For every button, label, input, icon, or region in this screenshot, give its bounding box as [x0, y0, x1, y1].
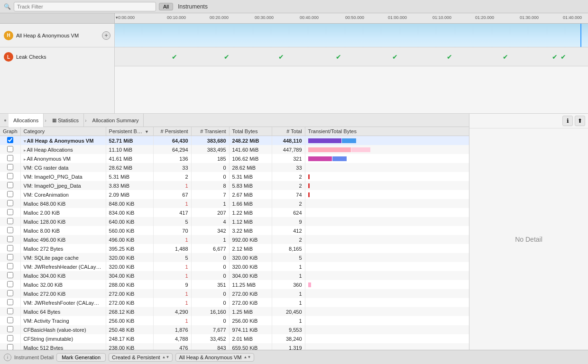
row-checkbox-cell[interactable]: [0, 154, 20, 163]
row-checkbox-cell[interactable]: [0, 316, 20, 325]
row-checkbox-cell[interactable]: [0, 226, 20, 235]
row-checkbox[interactable]: [7, 245, 13, 251]
row-checkbox[interactable]: [7, 308, 13, 314]
col-header-total[interactable]: # Total: [272, 127, 305, 136]
table-row[interactable]: Malloc 128.00 KiB640.00 KiB541.12 MiB9: [0, 217, 469, 226]
row-checkbox-cell[interactable]: [0, 163, 20, 172]
row-checkbox-cell[interactable]: [0, 244, 20, 253]
row-checkbox[interactable]: [7, 191, 13, 197]
row-checkbox[interactable]: [7, 218, 13, 224]
table-row[interactable]: VM: ImageIO_PNG_Data5.31 MiB205.31 MiB2: [0, 172, 469, 181]
row-checkbox[interactable]: [7, 227, 13, 233]
table-row[interactable]: Malloc 32.00 KiB288.00 KiB935111.25 MiB3…: [0, 280, 469, 289]
row-total-bytes: 1.12 MiB: [229, 217, 272, 226]
table-row[interactable]: VM: CoreAnimation2.09 MiB6772.67 MiB74: [0, 190, 469, 199]
row-checkbox[interactable]: [7, 317, 13, 323]
table-row[interactable]: Malloc 512 Bytes238.00 KiB476843659.50 K…: [0, 343, 469, 350]
row-checkbox[interactable]: [7, 299, 13, 305]
table-row[interactable]: Malloc 304.00 KiB304.00 KiB10304.00 KiB1: [0, 271, 469, 280]
row-checkbox-cell[interactable]: [0, 145, 20, 154]
table-row[interactable]: VM: CG raster data28.62 MiB33028.62 MiB3…: [0, 163, 469, 172]
row-checkbox[interactable]: [7, 137, 13, 143]
table-row[interactable]: CFBasicHash (value-store)250.48 KiB1,876…: [0, 325, 469, 334]
row-checkbox[interactable]: [7, 344, 13, 350]
heap-track-content[interactable]: [115, 24, 588, 47]
row-persistent: 4,788: [153, 334, 191, 343]
row-checkbox-cell[interactable]: [0, 325, 20, 334]
table-row[interactable]: Malloc 496.00 KiB496.00 KiB11992.00 KiB2: [0, 235, 469, 244]
all-button[interactable]: All: [159, 3, 173, 10]
track-add-button[interactable]: +: [102, 31, 110, 40]
detail-info-button[interactable]: ℹ: [562, 116, 573, 126]
row-checkbox[interactable]: [7, 209, 13, 215]
row-checkbox-cell[interactable]: [0, 136, 20, 146]
row-checkbox[interactable]: [7, 263, 13, 269]
heap-filter-select[interactable]: All Heap & Anonymous VM ▲▼: [175, 353, 254, 362]
row-checkbox-cell[interactable]: [0, 235, 20, 244]
tab-statistics[interactable]: ▦ Statistics: [47, 114, 84, 127]
table-row[interactable]: Malloc 272.00 KiB272.00 KiB10272.00 KiB1: [0, 289, 469, 298]
table-row[interactable]: VM: ImageIO_jpeg_Data3.83 MiB185.83 MiB2: [0, 181, 469, 190]
col-header-persistent-b[interactable]: Persistent B… ▼: [106, 127, 153, 136]
row-checkbox-cell[interactable]: [0, 253, 20, 262]
table-row[interactable]: Malloc 64 Bytes268.12 KiB4,29016,1601.25…: [0, 307, 469, 316]
table-row[interactable]: VM: JWRefreshHeader (CALay…320.00 KiB103…: [0, 262, 469, 271]
row-checkbox-cell[interactable]: [0, 172, 20, 181]
tick-70: 01:10.000: [432, 15, 451, 20]
row-persistent-bytes: 11.10 MiB: [106, 145, 153, 154]
table-row[interactable]: ▸All Heap Allocations11.10 MiB64,294383,…: [0, 145, 469, 154]
allocation-table-container[interactable]: Graph Category Persistent B… ▼ # Persist…: [0, 127, 469, 350]
table-row[interactable]: ▾All Heap & Anonymous VM52.71 MiB64,4303…: [0, 136, 469, 146]
row-checkbox-cell[interactable]: [0, 307, 20, 316]
row-checkbox-cell[interactable]: [0, 334, 20, 343]
table-row[interactable]: CFString (immutable)248.17 KiB4,78833,45…: [0, 334, 469, 343]
row-checkbox[interactable]: [7, 290, 13, 296]
tab-allocations[interactable]: Allocations: [9, 114, 44, 127]
table-row[interactable]: Malloc 8.00 KiB560.00 KiB703423.22 MiB41…: [0, 226, 469, 235]
row-checkbox[interactable]: [7, 173, 13, 179]
row-checkbox[interactable]: [7, 182, 13, 188]
row-bar: [305, 226, 469, 235]
row-checkbox[interactable]: [7, 272, 13, 278]
table-row[interactable]: VM: Activity Tracing256.00 KiB10256.00 K…: [0, 316, 469, 325]
row-checkbox[interactable]: [7, 155, 13, 161]
row-checkbox-cell[interactable]: [0, 271, 20, 280]
row-checkbox-cell[interactable]: [0, 280, 20, 289]
row-checkbox[interactable]: [7, 164, 13, 170]
row-checkbox[interactable]: [7, 254, 13, 260]
row-checkbox-cell[interactable]: [0, 208, 20, 217]
row-checkbox[interactable]: [7, 281, 13, 287]
row-checkbox[interactable]: [7, 335, 13, 341]
detail-export-button[interactable]: ⬆: [575, 116, 585, 126]
col-header-graph[interactable]: Graph: [0, 127, 20, 136]
table-row[interactable]: Malloc 848.00 KiB848.00 KiB111.66 MiB2: [0, 199, 469, 208]
row-checkbox[interactable]: [7, 236, 13, 242]
mark-generation-button[interactable]: Mark Generation: [56, 353, 106, 362]
row-checkbox-cell[interactable]: [0, 190, 20, 199]
row-checkbox-cell[interactable]: [0, 199, 20, 208]
col-header-category[interactable]: Category: [20, 127, 106, 136]
row-checkbox-cell[interactable]: [0, 262, 20, 271]
row-checkbox-cell[interactable]: [0, 298, 20, 307]
table-row[interactable]: VM: SQLite page cache320.00 KiB50320.00 …: [0, 253, 469, 262]
timeline-ruler[interactable]: ▾0:00.000 00:10.000 00:20.000 00:30.000 …: [115, 13, 588, 23]
row-checkbox-cell[interactable]: [0, 343, 20, 350]
table-row[interactable]: Malloc 272 Bytes395.25 KiB1,4886,6772.12…: [0, 244, 469, 253]
tab-allocation-summary[interactable]: Allocation Summary: [88, 114, 144, 127]
col-header-persistent[interactable]: # Persistent: [153, 127, 191, 136]
row-checkbox-cell[interactable]: [0, 289, 20, 298]
created-persistent-select[interactable]: Created & Persistent ▲▼: [109, 353, 173, 362]
row-checkbox[interactable]: [7, 326, 13, 332]
table-row[interactable]: VM: JWRefreshFooter (CALay…272.00 KiB102…: [0, 298, 469, 307]
row-checkbox[interactable]: [7, 200, 13, 206]
row-checkbox-cell[interactable]: [0, 181, 20, 190]
table-row[interactable]: Malloc 2.00 KiB834.00 KiB4172071.22 MiB6…: [0, 208, 469, 217]
track-filter-input[interactable]: [14, 2, 156, 11]
row-category: CFString (immutable): [20, 334, 106, 343]
row-checkbox[interactable]: [7, 146, 13, 152]
col-header-transient[interactable]: # Transient: [191, 127, 229, 136]
row-bar: [305, 298, 469, 307]
table-row[interactable]: ▸All Anonymous VM41.61 MiB136185106.62 M…: [0, 154, 469, 163]
row-checkbox-cell[interactable]: [0, 217, 20, 226]
col-header-total-bytes[interactable]: Total Bytes: [229, 127, 272, 136]
